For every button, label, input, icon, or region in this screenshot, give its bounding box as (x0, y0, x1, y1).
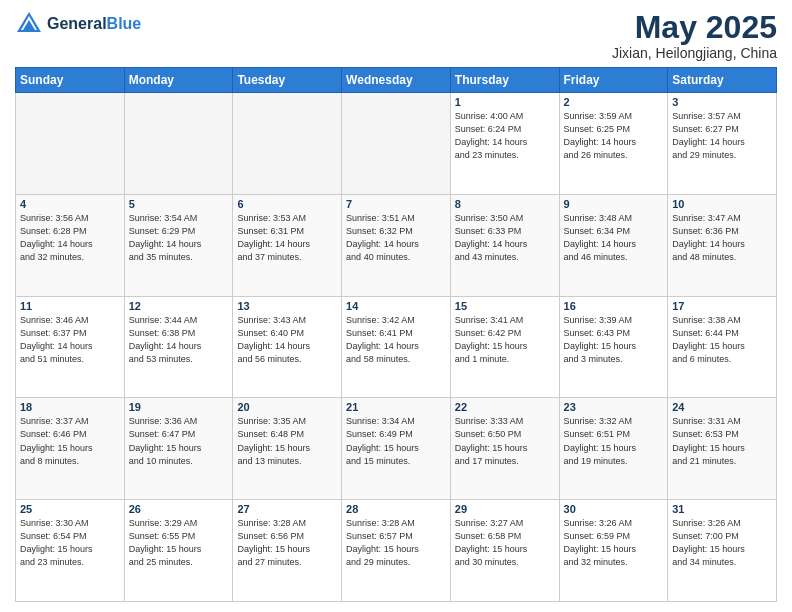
table-row: 26Sunrise: 3:29 AM Sunset: 6:55 PM Dayli… (124, 500, 233, 602)
logo-text: GeneralBlue (47, 15, 141, 33)
calendar-header-row: Sunday Monday Tuesday Wednesday Thursday… (16, 68, 777, 93)
day-number: 20 (237, 401, 337, 413)
col-saturday: Saturday (668, 68, 777, 93)
day-info: Sunrise: 3:43 AM Sunset: 6:40 PM Dayligh… (237, 314, 337, 366)
day-number: 31 (672, 503, 772, 515)
day-info: Sunrise: 3:51 AM Sunset: 6:32 PM Dayligh… (346, 212, 446, 264)
day-info: Sunrise: 3:53 AM Sunset: 6:31 PM Dayligh… (237, 212, 337, 264)
day-number: 15 (455, 300, 555, 312)
day-number: 7 (346, 198, 446, 210)
table-row: 9Sunrise: 3:48 AM Sunset: 6:34 PM Daylig… (559, 194, 668, 296)
table-row: 8Sunrise: 3:50 AM Sunset: 6:33 PM Daylig… (450, 194, 559, 296)
day-number: 9 (564, 198, 664, 210)
table-row: 1Sunrise: 4:00 AM Sunset: 6:24 PM Daylig… (450, 93, 559, 195)
day-info: Sunrise: 4:00 AM Sunset: 6:24 PM Dayligh… (455, 110, 555, 162)
day-info: Sunrise: 3:42 AM Sunset: 6:41 PM Dayligh… (346, 314, 446, 366)
col-tuesday: Tuesday (233, 68, 342, 93)
table-row: 11Sunrise: 3:46 AM Sunset: 6:37 PM Dayli… (16, 296, 125, 398)
day-number: 23 (564, 401, 664, 413)
day-info: Sunrise: 3:36 AM Sunset: 6:47 PM Dayligh… (129, 415, 229, 467)
logo: GeneralBlue (15, 10, 141, 38)
day-info: Sunrise: 3:33 AM Sunset: 6:50 PM Dayligh… (455, 415, 555, 467)
day-info: Sunrise: 3:39 AM Sunset: 6:43 PM Dayligh… (564, 314, 664, 366)
day-info: Sunrise: 3:47 AM Sunset: 6:36 PM Dayligh… (672, 212, 772, 264)
table-row: 2Sunrise: 3:59 AM Sunset: 6:25 PM Daylig… (559, 93, 668, 195)
day-number: 14 (346, 300, 446, 312)
table-row: 25Sunrise: 3:30 AM Sunset: 6:54 PM Dayli… (16, 500, 125, 602)
day-number: 26 (129, 503, 229, 515)
day-number: 2 (564, 96, 664, 108)
day-info: Sunrise: 3:34 AM Sunset: 6:49 PM Dayligh… (346, 415, 446, 467)
day-info: Sunrise: 3:54 AM Sunset: 6:29 PM Dayligh… (129, 212, 229, 264)
day-number: 17 (672, 300, 772, 312)
day-number: 5 (129, 198, 229, 210)
table-row: 19Sunrise: 3:36 AM Sunset: 6:47 PM Dayli… (124, 398, 233, 500)
table-row: 23Sunrise: 3:32 AM Sunset: 6:51 PM Dayli… (559, 398, 668, 500)
table-row: 12Sunrise: 3:44 AM Sunset: 6:38 PM Dayli… (124, 296, 233, 398)
table-row: 27Sunrise: 3:28 AM Sunset: 6:56 PM Dayli… (233, 500, 342, 602)
day-number: 6 (237, 198, 337, 210)
table-row: 28Sunrise: 3:28 AM Sunset: 6:57 PM Dayli… (342, 500, 451, 602)
day-number: 22 (455, 401, 555, 413)
day-number: 4 (20, 198, 120, 210)
col-monday: Monday (124, 68, 233, 93)
day-number: 25 (20, 503, 120, 515)
calendar-week-row: 1Sunrise: 4:00 AM Sunset: 6:24 PM Daylig… (16, 93, 777, 195)
day-number: 10 (672, 198, 772, 210)
day-info: Sunrise: 3:27 AM Sunset: 6:58 PM Dayligh… (455, 517, 555, 569)
day-info: Sunrise: 3:30 AM Sunset: 6:54 PM Dayligh… (20, 517, 120, 569)
location-subtitle: Jixian, Heilongjiang, China (612, 45, 777, 61)
day-info: Sunrise: 3:59 AM Sunset: 6:25 PM Dayligh… (564, 110, 664, 162)
page: GeneralBlue May 2025 Jixian, Heilongjian… (0, 0, 792, 612)
day-number: 3 (672, 96, 772, 108)
table-row: 14Sunrise: 3:42 AM Sunset: 6:41 PM Dayli… (342, 296, 451, 398)
table-row: 16Sunrise: 3:39 AM Sunset: 6:43 PM Dayli… (559, 296, 668, 398)
table-row (124, 93, 233, 195)
day-info: Sunrise: 3:56 AM Sunset: 6:28 PM Dayligh… (20, 212, 120, 264)
day-number: 30 (564, 503, 664, 515)
day-number: 11 (20, 300, 120, 312)
title-block: May 2025 Jixian, Heilongjiang, China (612, 10, 777, 61)
day-number: 19 (129, 401, 229, 413)
day-info: Sunrise: 3:48 AM Sunset: 6:34 PM Dayligh… (564, 212, 664, 264)
col-thursday: Thursday (450, 68, 559, 93)
calendar-week-row: 4Sunrise: 3:56 AM Sunset: 6:28 PM Daylig… (16, 194, 777, 296)
day-number: 28 (346, 503, 446, 515)
day-info: Sunrise: 3:35 AM Sunset: 6:48 PM Dayligh… (237, 415, 337, 467)
calendar-week-row: 25Sunrise: 3:30 AM Sunset: 6:54 PM Dayli… (16, 500, 777, 602)
day-number: 8 (455, 198, 555, 210)
table-row: 10Sunrise: 3:47 AM Sunset: 6:36 PM Dayli… (668, 194, 777, 296)
day-number: 24 (672, 401, 772, 413)
col-wednesday: Wednesday (342, 68, 451, 93)
day-number: 29 (455, 503, 555, 515)
day-info: Sunrise: 3:28 AM Sunset: 6:56 PM Dayligh… (237, 517, 337, 569)
day-info: Sunrise: 3:32 AM Sunset: 6:51 PM Dayligh… (564, 415, 664, 467)
calendar-week-row: 11Sunrise: 3:46 AM Sunset: 6:37 PM Dayli… (16, 296, 777, 398)
table-row (233, 93, 342, 195)
day-info: Sunrise: 3:50 AM Sunset: 6:33 PM Dayligh… (455, 212, 555, 264)
table-row: 31Sunrise: 3:26 AM Sunset: 7:00 PM Dayli… (668, 500, 777, 602)
day-info: Sunrise: 3:29 AM Sunset: 6:55 PM Dayligh… (129, 517, 229, 569)
day-info: Sunrise: 3:26 AM Sunset: 6:59 PM Dayligh… (564, 517, 664, 569)
table-row: 29Sunrise: 3:27 AM Sunset: 6:58 PM Dayli… (450, 500, 559, 602)
table-row: 4Sunrise: 3:56 AM Sunset: 6:28 PM Daylig… (16, 194, 125, 296)
calendar-week-row: 18Sunrise: 3:37 AM Sunset: 6:46 PM Dayli… (16, 398, 777, 500)
day-number: 16 (564, 300, 664, 312)
table-row: 17Sunrise: 3:38 AM Sunset: 6:44 PM Dayli… (668, 296, 777, 398)
table-row: 18Sunrise: 3:37 AM Sunset: 6:46 PM Dayli… (16, 398, 125, 500)
day-info: Sunrise: 3:44 AM Sunset: 6:38 PM Dayligh… (129, 314, 229, 366)
day-info: Sunrise: 3:28 AM Sunset: 6:57 PM Dayligh… (346, 517, 446, 569)
day-info: Sunrise: 3:37 AM Sunset: 6:46 PM Dayligh… (20, 415, 120, 467)
table-row: 21Sunrise: 3:34 AM Sunset: 6:49 PM Dayli… (342, 398, 451, 500)
day-info: Sunrise: 3:41 AM Sunset: 6:42 PM Dayligh… (455, 314, 555, 366)
table-row (16, 93, 125, 195)
logo-icon (15, 10, 43, 38)
table-row: 5Sunrise: 3:54 AM Sunset: 6:29 PM Daylig… (124, 194, 233, 296)
day-number: 1 (455, 96, 555, 108)
table-row: 13Sunrise: 3:43 AM Sunset: 6:40 PM Dayli… (233, 296, 342, 398)
table-row (342, 93, 451, 195)
table-row: 6Sunrise: 3:53 AM Sunset: 6:31 PM Daylig… (233, 194, 342, 296)
header: GeneralBlue May 2025 Jixian, Heilongjian… (15, 10, 777, 61)
day-info: Sunrise: 3:46 AM Sunset: 6:37 PM Dayligh… (20, 314, 120, 366)
day-number: 12 (129, 300, 229, 312)
